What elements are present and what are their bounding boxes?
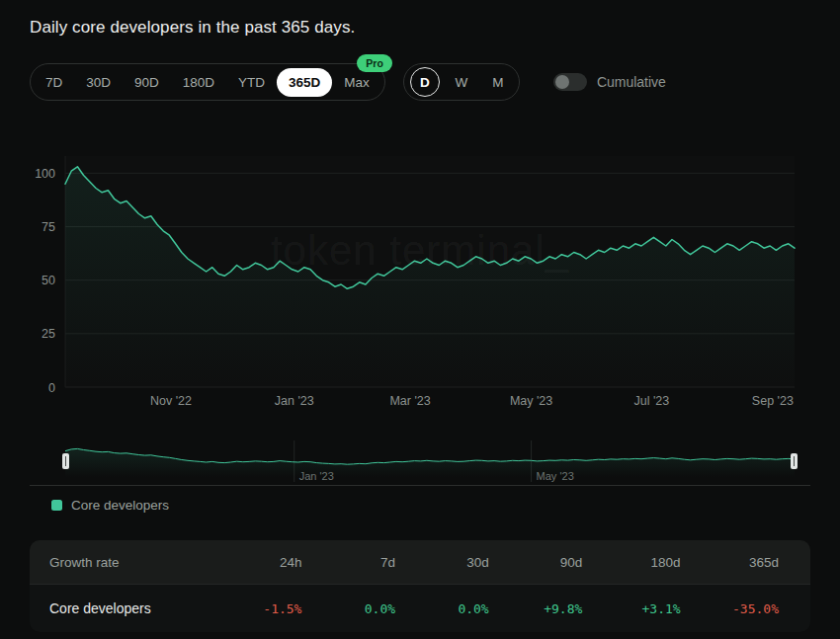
table-header-365d: 365d — [681, 555, 779, 570]
range-ytd[interactable]: YTD — [226, 68, 277, 97]
main-chart[interactable]: 0255075100Nov '22Jan '23Mar '23May '23Ju… — [30, 138, 810, 411]
chart-area: 0255075100Nov '22Jan '23Mar '23May '23Ju… — [30, 138, 810, 411]
interval-selector: D W M — [403, 63, 520, 101]
growth-180d: +3.1% — [582, 601, 680, 616]
interval-monthly[interactable]: M — [483, 67, 513, 97]
navigator-handle-left[interactable] — [62, 453, 69, 469]
table-header-180d: 180d — [582, 555, 680, 570]
page-container: Daily core developers in the past 365 da… — [0, 0, 840, 632]
table-row: Core developers -1.5% 0.0% 0.0% +9.8% +3… — [30, 584, 810, 632]
range-180d[interactable]: 180D — [171, 68, 226, 97]
range-90d[interactable]: 90D — [123, 68, 171, 97]
table-header-24h: 24h — [209, 555, 302, 570]
navigator-handle-right[interactable] — [791, 453, 798, 469]
legend-item-core-developers[interactable]: Core developers — [30, 498, 169, 513]
growth-365d: -35.0% — [681, 601, 779, 616]
svg-text:Jul '23: Jul '23 — [633, 394, 669, 408]
table-header-row: Growth rate 24h 7d 30d 90d 180d 365d — [30, 540, 810, 584]
svg-text:Mar '23: Mar '23 — [389, 394, 430, 408]
range-7d[interactable]: 7D — [34, 68, 74, 97]
growth-90d: +9.8% — [489, 601, 583, 616]
cumulative-toggle[interactable]: Cumulative — [553, 73, 666, 91]
growth-30d: 0.0% — [395, 601, 489, 616]
table-header-90d: 90d — [489, 555, 583, 570]
row-label-core-developers: Core developers — [49, 600, 209, 616]
svg-text:75: 75 — [42, 220, 55, 234]
navigator-chart[interactable]: Jan '23May '23 — [30, 440, 810, 486]
table-header-30d: 30d — [395, 555, 489, 570]
range-365d[interactable]: 365D — [277, 68, 332, 97]
toggle-knob — [555, 75, 569, 89]
legend-label: Core developers — [71, 498, 169, 513]
page-title: Daily core developers in the past 365 da… — [30, 18, 810, 38]
range-30d[interactable]: 30D — [74, 68, 123, 97]
interval-daily[interactable]: D — [410, 67, 440, 97]
growth-24h: -1.5% — [209, 601, 302, 616]
growth-7d: 0.0% — [301, 601, 395, 616]
svg-text:Jan '23: Jan '23 — [275, 394, 314, 408]
range-selector: 7D 30D 90D 180D YTD 365D Max Pro — [30, 63, 385, 101]
table-header-growth-rate: Growth rate — [49, 555, 209, 570]
toolbar: 7D 30D 90D 180D YTD 365D Max Pro D W M C… — [30, 63, 810, 101]
interval-weekly[interactable]: W — [447, 67, 476, 97]
svg-text:0: 0 — [48, 381, 55, 395]
toggle-switch-icon[interactable] — [553, 73, 587, 91]
svg-text:100: 100 — [35, 167, 55, 181]
svg-text:25: 25 — [42, 327, 55, 341]
cumulative-label: Cumulative — [597, 74, 666, 90]
table-header-7d: 7d — [301, 555, 395, 570]
legend-swatch-icon — [51, 500, 62, 511]
svg-text:Nov '22: Nov '22 — [150, 394, 192, 408]
svg-text:May '23: May '23 — [510, 394, 552, 408]
svg-text:Sep '23: Sep '23 — [752, 394, 794, 408]
growth-rate-table: Growth rate 24h 7d 30d 90d 180d 365d Cor… — [30, 540, 810, 632]
pro-badge: Pro — [357, 54, 392, 72]
legend: Core developers — [30, 498, 810, 513]
chart-navigator[interactable]: Jan '23May '23 — [30, 440, 810, 486]
svg-text:50: 50 — [42, 274, 55, 287]
